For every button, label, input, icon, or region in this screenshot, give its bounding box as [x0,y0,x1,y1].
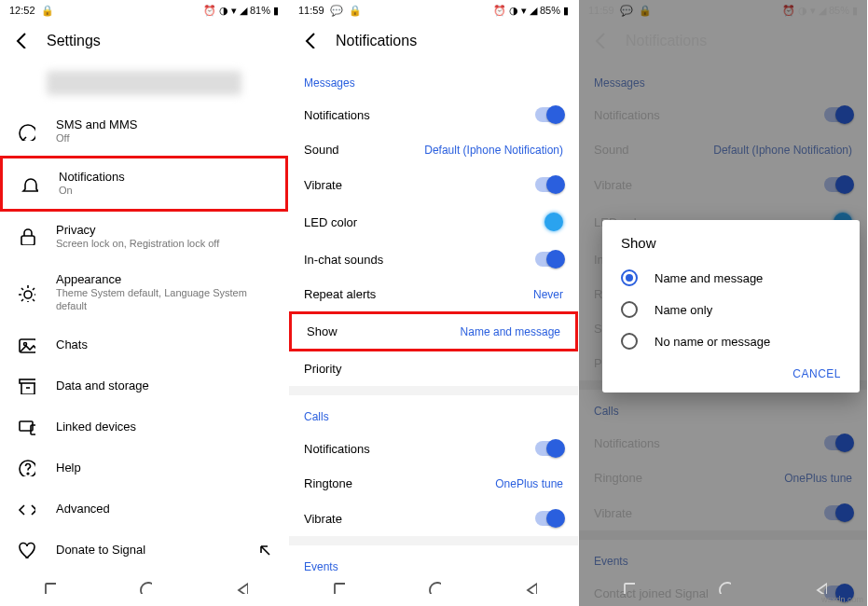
option-label: Name and message [654,271,763,285]
toggle-switch[interactable] [535,177,563,192]
toggle-switch[interactable] [535,441,563,456]
chat-icon [17,122,35,141]
pref-label: Notifications [304,442,370,456]
radio-icon[interactable] [621,269,638,286]
row-label: Chats [56,337,271,351]
signal-icon: ◢ [530,5,537,17]
option-name-and-message[interactable]: Name and message [621,262,852,294]
battery-percent: 85% [540,5,560,16]
app-bar: Settings [0,21,288,62]
row-label: Privacy [56,223,271,237]
toggle-switch[interactable] [535,107,563,122]
row-appearance[interactable]: AppearanceTheme System default, Language… [0,261,288,324]
cancel-button[interactable]: CANCEL [792,367,841,380]
row-advanced[interactable]: Advanced [0,488,288,529]
row-label: Notifications [59,170,269,184]
pref-value: Name and message [461,325,560,338]
status-bar: 12:52 🔒 ⏰ ◑ ▾ ◢ 81% ▮ [0,0,288,21]
row-privacy[interactable]: PrivacyScreen lock on, Registration lock… [0,212,288,261]
pref-led-color[interactable]: LED color [289,202,578,241]
signal-icon: ◢ [240,5,247,17]
row-donate[interactable]: Donate to Signal [0,529,288,570]
status-time: 12:52 [9,5,35,16]
watermark: wsxdn.com [821,595,863,604]
external-icon [256,542,271,557]
nav-recent[interactable] [620,579,635,598]
row-data-storage[interactable]: Data and storage [0,365,288,406]
pref-show[interactable]: ShowName and message [289,311,578,351]
app-bar: Notifications [289,21,578,62]
pref-sound[interactable]: SoundDefault (Iphone Notification) [289,132,578,167]
nav-back[interactable] [522,579,537,598]
pref-inchat-sounds[interactable]: In-chat sounds [289,241,578,277]
pref-notifications[interactable]: Notifications [289,97,578,132]
lock-icon [17,227,35,245]
nav-bar [289,571,578,606]
sun-icon [17,283,35,302]
phone-notifications: 11:59 💬 🔒 ⏰ ◑ ▾ ◢ 85% ▮ Notifications Me… [289,0,579,606]
toggle-switch[interactable] [535,511,563,526]
row-help[interactable]: Help [0,447,288,488]
pref-call-vibrate[interactable]: Vibrate [289,501,578,536]
alarm-icon: ⏰ [203,5,216,17]
row-label: Donate to Signal [56,543,236,557]
row-sub: Theme System default, Language System de… [56,286,271,313]
profile-blurred[interactable] [47,71,241,95]
pref-value: OnePlus tune [495,477,563,490]
option-no-name-or-message[interactable]: No name or message [621,325,852,357]
pref-ringtone[interactable]: RingtoneOnePlus tune [289,466,578,501]
row-chats[interactable]: Chats [0,324,288,365]
devices-icon [17,417,35,435]
row-notifications[interactable]: NotificationsOn [0,156,288,211]
pref-repeat-alerts[interactable]: Repeat alertsNever [289,277,578,311]
lock-icon: 🔒 [41,5,54,17]
led-indicator [544,213,563,231]
pref-label: Vibrate [304,178,342,192]
pref-label: Priority [304,362,341,376]
section-gap [289,386,578,395]
row-label: Appearance [56,272,271,286]
battery-icon: ▮ [563,5,569,17]
nav-home[interactable] [716,579,731,598]
battery-icon: ▮ [273,5,279,17]
back-button[interactable] [300,30,319,52]
nav-home[interactable] [426,579,441,598]
option-name-only[interactable]: Name only [621,294,852,325]
nav-back[interactable] [233,579,248,598]
radio-icon[interactable] [621,301,638,318]
toggle-switch[interactable] [535,252,563,267]
phone-dialog: 11:59 💬 🔒 ⏰ ◑ ▾ ◢ 85% ▮ Notifications Me… [579,0,868,606]
row-linked-devices[interactable]: Linked devices [0,406,288,447]
help-icon [17,458,35,476]
battery-percent: 81% [250,5,270,16]
nav-bar [0,571,288,606]
option-label: Name only [654,303,712,317]
pref-call-notifications[interactable]: Notifications [289,431,578,466]
section-gap [289,536,578,545]
nav-recent[interactable] [330,579,345,598]
pref-label: Show [307,324,338,338]
nav-home[interactable] [137,579,152,598]
option-label: No name or message [654,335,770,349]
pref-label: Vibrate [304,512,342,526]
pref-vibrate[interactable]: Vibrate [289,167,578,202]
code-icon [17,499,35,517]
phone-settings: 12:52 🔒 ⏰ ◑ ▾ ◢ 81% ▮ Settings SMS and M… [0,0,289,606]
row-label: Help [56,461,271,475]
row-sms-mms[interactable]: SMS and MMSOff [0,106,288,156]
pref-priority[interactable]: Priority [289,351,578,386]
nav-recent[interactable] [41,579,56,598]
section-calls: Calls [289,395,578,431]
row-sub: Off [56,131,271,145]
archive-icon [17,376,35,394]
dnd-icon: ◑ [509,5,518,17]
row-label: SMS and MMS [56,117,271,131]
message-icon: 💬 [330,5,343,17]
status-time: 11:59 [298,5,324,16]
alarm-icon: ⏰ [493,5,506,17]
back-button[interactable] [11,30,30,52]
pref-label: LED color [304,215,357,229]
wifi-icon: ▾ [231,5,237,17]
dialog-show: Show Name and message Name only No name … [602,220,860,393]
radio-icon[interactable] [621,333,638,350]
